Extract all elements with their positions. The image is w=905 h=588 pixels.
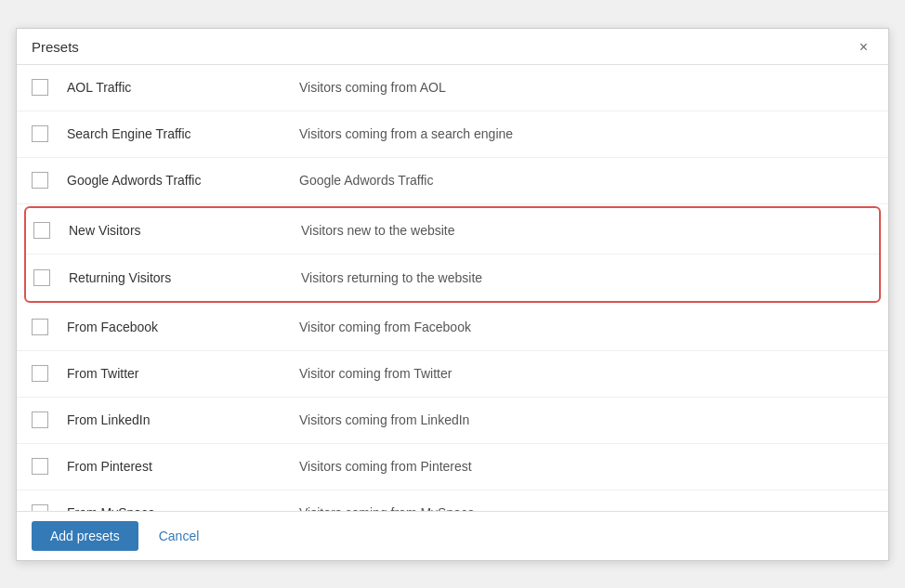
checkbox-new-visitors[interactable] <box>33 222 50 239</box>
checkbox-google-adwords-traffic[interactable] <box>32 172 48 189</box>
list-item: From LinkedInVisitors coming from Linked… <box>17 398 888 444</box>
item-desc-aol-traffic: Visitors coming from AOL <box>299 80 446 95</box>
highlighted-group: New VisitorsVisitors new to the websiteR… <box>24 206 881 303</box>
item-desc-from-myspace: Visitors coming from MySpace <box>299 505 475 511</box>
item-name-from-myspace: From MySpace <box>67 505 299 511</box>
item-desc-returning-visitors: Visitors returning to the website <box>301 270 482 285</box>
checkbox-aol-traffic[interactable] <box>32 79 48 96</box>
item-name-from-twitter: From Twitter <box>67 366 299 381</box>
item-desc-from-twitter: Visitor coming from Twitter <box>299 366 452 381</box>
dialog-header: Presets × <box>17 29 888 65</box>
item-name-new-visitors: New Visitors <box>69 223 301 238</box>
close-button[interactable]: × <box>854 38 873 57</box>
list-item: Google Adwords TrafficGoogle Adwords Tra… <box>17 158 888 204</box>
item-name-search-engine-traffic: Search Engine Traffic <box>67 126 299 141</box>
item-desc-from-linkedin: Visitors coming from LinkedIn <box>299 412 469 427</box>
checkbox-from-linkedin[interactable] <box>32 412 48 428</box>
dialog-footer: Add presets Cancel <box>17 511 888 560</box>
list-item: From TwitterVisitor coming from Twitter <box>17 351 888 398</box>
list-item: AOL TrafficVisitors coming from AOL <box>17 65 888 111</box>
checkbox-returning-visitors[interactable] <box>33 269 50 286</box>
checkbox-search-engine-traffic[interactable] <box>32 125 48 142</box>
item-name-google-adwords-traffic: Google Adwords Traffic <box>67 173 299 188</box>
item-desc-from-pinterest: Visitors coming from Pinterest <box>299 459 472 474</box>
list-item: New VisitorsVisitors new to the website <box>26 208 879 255</box>
item-desc-new-visitors: Visitors new to the website <box>301 223 455 238</box>
checkbox-from-myspace[interactable] <box>32 504 48 511</box>
item-desc-from-facebook: Visitor coming from Facebook <box>299 320 471 334</box>
item-name-from-facebook: From Facebook <box>67 320 299 334</box>
list-item: From FacebookVisitor coming from Faceboo… <box>17 305 888 351</box>
add-presets-button[interactable]: Add presets <box>32 521 138 551</box>
item-desc-google-adwords-traffic: Google Adwords Traffic <box>299 173 433 188</box>
list-item: Returning VisitorsVisitors returning to … <box>26 255 879 301</box>
item-name-returning-visitors: Returning Visitors <box>69 270 301 285</box>
checkbox-from-pinterest[interactable] <box>32 458 48 475</box>
list-item: From PinterestVisitors coming from Pinte… <box>17 444 888 490</box>
list-item: Search Engine TrafficVisitors coming fro… <box>17 111 888 158</box>
dialog-title: Presets <box>32 39 79 55</box>
checkbox-from-twitter[interactable] <box>32 365 48 382</box>
item-name-from-linkedin: From LinkedIn <box>67 412 299 427</box>
list-item: From MySpaceVisitors coming from MySpace <box>17 490 888 511</box>
presets-list: AOL TrafficVisitors coming from AOLSearc… <box>17 65 888 511</box>
item-desc-search-engine-traffic: Visitors coming from a search engine <box>299 126 513 141</box>
item-name-aol-traffic: AOL Traffic <box>67 80 299 95</box>
cancel-button[interactable]: Cancel <box>150 521 209 551</box>
item-name-from-pinterest: From Pinterest <box>67 459 299 474</box>
checkbox-from-facebook[interactable] <box>32 319 48 335</box>
presets-dialog: Presets × AOL TrafficVisitors coming fro… <box>16 28 889 561</box>
